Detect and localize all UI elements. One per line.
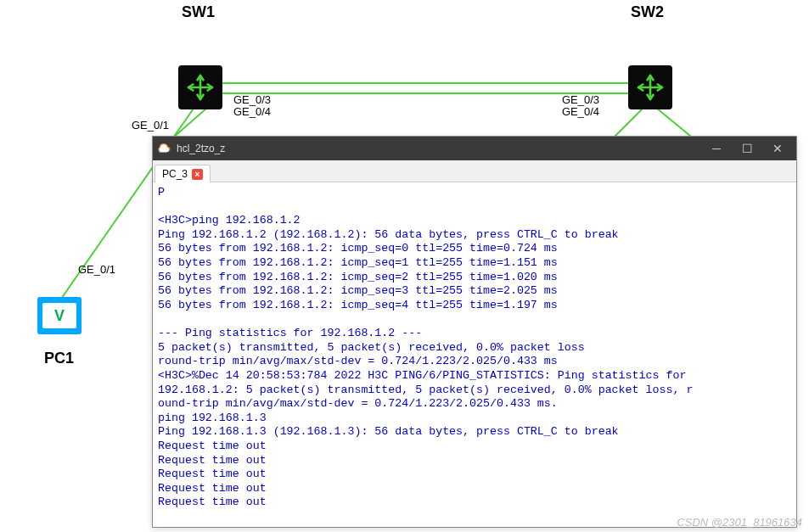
- port-sw2-ge04: GE_0/4: [562, 105, 599, 118]
- minimize-button[interactable]: ─: [701, 138, 732, 159]
- switch-arrows-icon: [632, 70, 668, 105]
- port-sw2-ge03: GE_0/3: [562, 93, 599, 106]
- link-sw1-sw2-top: [219, 82, 630, 84]
- port-sw1-ge01: GE_0/1: [132, 119, 169, 132]
- switch-icon-sw1[interactable]: [178, 65, 222, 109]
- sw2-label: SW2: [631, 3, 664, 21]
- window-title: hcl_2tzo_z: [177, 143, 701, 154]
- tabbar: PC_3 ×: [153, 160, 796, 182]
- switch-icon-sw2[interactable]: [628, 65, 672, 109]
- app-logo-icon: [156, 141, 171, 156]
- port-pc1-ge01: GE_0/1: [78, 263, 115, 276]
- tab-pc3[interactable]: PC_3 ×: [154, 165, 211, 182]
- pc-icon-pc1[interactable]: V: [37, 297, 81, 334]
- vpc-badge: V: [42, 303, 76, 328]
- watermark: CSDN @2301_81961634: [677, 516, 802, 529]
- terminal-window: hcl_2tzo_z ─ ☐ ✕ PC_3 × P <H3C>ping 192.…: [152, 136, 797, 528]
- tab-close-icon[interactable]: ×: [192, 169, 203, 180]
- sw1-label: SW1: [182, 3, 215, 21]
- port-sw1-ge03: GE_0/3: [233, 93, 271, 106]
- maximize-button[interactable]: ☐: [732, 138, 762, 159]
- terminal-output[interactable]: P <H3C>ping 192.168.1.2 Ping 192.168.1.2…: [153, 182, 796, 527]
- titlebar[interactable]: hcl_2tzo_z ─ ☐ ✕: [153, 137, 796, 160]
- pc1-label: PC1: [44, 350, 74, 367]
- port-sw1-ge04: GE_0/4: [233, 105, 271, 118]
- switch-arrows-icon: [183, 70, 218, 105]
- tab-label: PC_3: [162, 168, 188, 180]
- close-button[interactable]: ✕: [762, 138, 793, 159]
